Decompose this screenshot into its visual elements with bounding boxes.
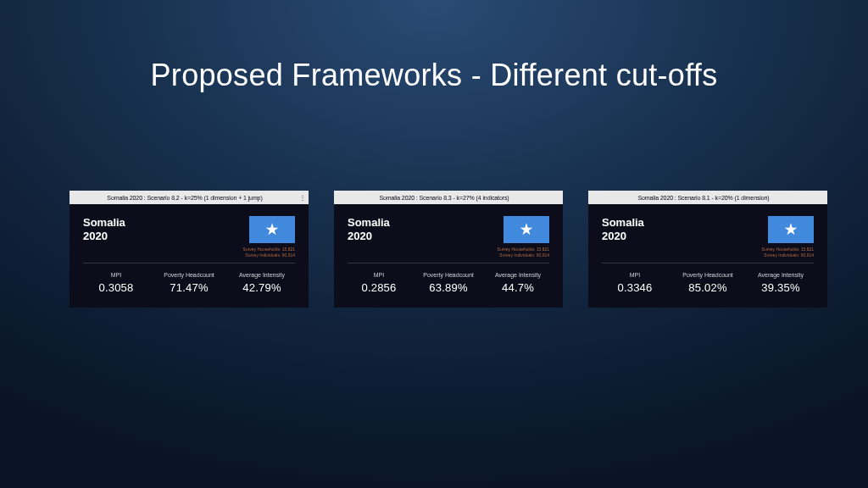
- metric-value: 0.3058: [99, 281, 134, 294]
- star-icon: [264, 222, 280, 237]
- card-head: Somalia 2020 Survey Households: 15,821 S…: [348, 216, 549, 258]
- metric-label: Average Intensity: [495, 272, 541, 278]
- card-body: Somalia 2020 Survey Households: 15,821 S…: [334, 204, 563, 308]
- country-block: Somalia 2020: [83, 216, 125, 242]
- divider: [348, 263, 549, 263]
- metric-label: MPI: [630, 272, 640, 278]
- metric-mpi: MPI 0.3346: [602, 272, 668, 294]
- card-body: Somalia 2020 Survey Households: 15,821 S…: [70, 204, 309, 308]
- metric-headcount: Poverty Headcount 71.47%: [156, 272, 222, 294]
- country-block: Somalia 2020: [348, 216, 390, 242]
- metric-label: Average Intensity: [758, 272, 804, 278]
- metric-mpi: MPI 0.3058: [83, 272, 149, 294]
- survey-individuals: Survey Individuals: 90,914: [243, 252, 295, 258]
- survey-households: Survey Households: 15,821: [762, 247, 814, 252]
- card-head: Somalia 2020 Survey Households: 15,821 S…: [83, 216, 295, 258]
- scenario-text: Somalia 2020 : Scenario 8.2 - k=25% (1 d…: [107, 195, 262, 201]
- card-head: Somalia 2020 Survey Households: 15,821 S…: [602, 216, 814, 258]
- metrics-row: MPI 0.2856 Poverty Headcount 63.89% Aver…: [348, 272, 549, 294]
- svg-marker-1: [520, 223, 533, 235]
- survey-meta: Survey Households: 15,821 Survey Individ…: [498, 247, 549, 258]
- flag-somalia: [504, 216, 549, 243]
- flag-column: Survey Households: 15,821 Survey Individ…: [762, 216, 814, 258]
- card-scenario-bar: Somalia 2020 : Scenario 8.1 - k=20% (1 d…: [588, 192, 827, 204]
- survey-meta: Survey Households: 15,821 Survey Individ…: [243, 247, 295, 258]
- country-year: 2020: [83, 230, 125, 243]
- metric-value: 42.79%: [242, 281, 281, 294]
- country-year: 2020: [602, 230, 644, 243]
- metric-label: Poverty Headcount: [682, 272, 733, 278]
- metric-label: Poverty Headcount: [164, 272, 214, 278]
- card-scenario-bar: Somalia 2020 : Scenario 8.3 - k=27% (4 i…: [334, 192, 563, 204]
- survey-households: Survey Households: 15,821: [243, 247, 295, 252]
- survey-individuals: Survey Individuals: 90,914: [498, 252, 549, 258]
- country-name: Somalia: [348, 216, 390, 230]
- metrics-row: MPI 0.3058 Poverty Headcount 71.47% Aver…: [83, 272, 295, 294]
- flag-column: Survey Households: 15,821 Survey Individ…: [498, 216, 549, 258]
- metric-headcount: Poverty Headcount 85.02%: [675, 272, 741, 294]
- metric-intensity: Average Intensity 44.7%: [487, 272, 549, 294]
- scenario-text: Somalia 2020 : Scenario 8.1 - k=20% (1 d…: [637, 195, 769, 201]
- survey-households: Survey Households: 15,821: [498, 247, 549, 252]
- svg-marker-2: [785, 223, 798, 235]
- cards-row: Somalia 2020 : Scenario 8.2 - k=25% (1 d…: [70, 191, 827, 308]
- star-icon: [783, 222, 798, 237]
- card-scenario-bar: Somalia 2020 : Scenario 8.2 - k=25% (1 d…: [70, 192, 309, 204]
- framework-card: Somalia 2020 : Scenario 8.3 - k=27% (4 i…: [334, 191, 563, 308]
- metric-intensity: Average Intensity 42.79%: [229, 272, 295, 294]
- metric-value: 71.47%: [170, 281, 208, 294]
- metric-label: Average Intensity: [239, 272, 285, 278]
- survey-meta: Survey Households: 15,821 Survey Individ…: [762, 247, 814, 258]
- framework-card: Somalia 2020 : Scenario 8.1 - k=20% (1 d…: [588, 191, 827, 308]
- slide-title: Proposed Frameworks - Different cut-offs: [0, 58, 868, 93]
- metric-mpi: MPI 0.2856: [348, 272, 410, 294]
- metric-value: 44.7%: [502, 281, 534, 294]
- metrics-row: MPI 0.3346 Poverty Headcount 85.02% Aver…: [602, 272, 814, 294]
- divider: [83, 263, 295, 263]
- metric-headcount: Poverty Headcount 63.89%: [417, 272, 480, 294]
- scenario-text: Somalia 2020 : Scenario 8.3 - k=27% (4 i…: [379, 195, 509, 201]
- star-icon: [519, 222, 534, 237]
- metric-label: Poverty Headcount: [423, 272, 474, 278]
- card-menu-icon: ⋮: [298, 194, 307, 202]
- flag-somalia: [249, 216, 295, 243]
- card-body: Somalia 2020 Survey Households: 15,821 S…: [588, 204, 827, 308]
- metric-value: 39.35%: [761, 281, 799, 294]
- flag-somalia: [768, 216, 814, 243]
- flag-column: Survey Households: 15,821 Survey Individ…: [243, 216, 295, 258]
- metric-value: 0.3346: [618, 281, 653, 294]
- svg-marker-0: [266, 223, 279, 235]
- metric-intensity: Average Intensity 39.35%: [748, 272, 814, 294]
- divider: [602, 263, 814, 263]
- country-name: Somalia: [83, 216, 125, 230]
- country-name: Somalia: [602, 216, 644, 230]
- country-block: Somalia 2020: [602, 216, 644, 242]
- framework-card: Somalia 2020 : Scenario 8.2 - k=25% (1 d…: [70, 191, 309, 308]
- metric-label: MPI: [374, 272, 384, 278]
- metric-value: 63.89%: [429, 281, 467, 294]
- survey-individuals: Survey Individuals: 90,914: [762, 252, 814, 258]
- metric-value: 85.02%: [688, 281, 726, 294]
- country-year: 2020: [348, 230, 390, 243]
- metric-value: 0.2856: [362, 281, 397, 294]
- metric-label: MPI: [111, 272, 121, 278]
